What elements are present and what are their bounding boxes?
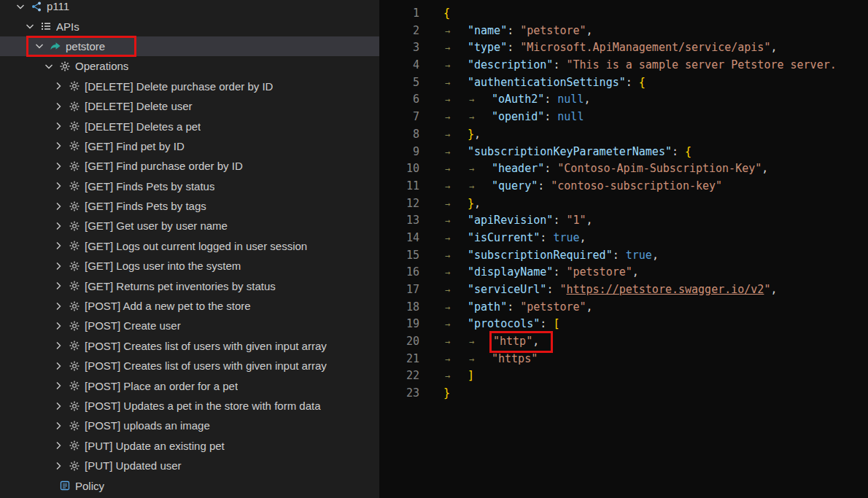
code-content[interactable]: →"authenticationSettings": { bbox=[419, 74, 646, 92]
tree-item-get-find-purchase-order-by-id[interactable]: [GET] Find purchase order by ID bbox=[0, 156, 379, 176]
code-content[interactable]: →"serviceUrl": "https://petstore.swagger… bbox=[419, 281, 777, 299]
code-content[interactable]: →"subscriptionRequired": true, bbox=[419, 247, 659, 265]
tab-whitespace-icon: → bbox=[443, 265, 468, 282]
code-content[interactable]: →→"oAuth2": null, bbox=[419, 91, 590, 109]
chevron-right-icon[interactable] bbox=[53, 400, 69, 412]
chevron-right-icon[interactable] bbox=[53, 220, 69, 232]
chevron-right-icon[interactable] bbox=[53, 360, 69, 372]
operation-gear-icon bbox=[69, 180, 80, 192]
code-content[interactable]: →"displayName": "petstore", bbox=[419, 264, 639, 281]
operation-gear-icon bbox=[69, 101, 80, 112]
tree-item-delete-deletes-a-pet[interactable]: [DELETE] Deletes a pet bbox=[0, 116, 379, 136]
code-content[interactable]: →→"header": "Contoso-Apim-Subscription-K… bbox=[419, 160, 768, 178]
code-content[interactable]: →"path": "petstore", bbox=[419, 299, 593, 316]
tree-item-post-creates-list-of-users-with-given-input-array[interactable]: [POST] Creates list of users with given … bbox=[0, 356, 379, 376]
chevron-right-icon[interactable] bbox=[53, 140, 69, 152]
tree-item-put-update-an-existing-pet[interactable]: [PUT] Update an existing pet bbox=[0, 436, 379, 456]
chevron-right-icon[interactable] bbox=[53, 201, 69, 212]
tree-item-put-updated-user[interactable]: [PUT] Updated user bbox=[0, 456, 379, 475]
json-editor[interactable]: 1{2→"name": "petstore",3→"type": "Micros… bbox=[379, 0, 868, 498]
chevron-right-icon[interactable] bbox=[53, 300, 69, 312]
code-line-2: 2→"name": "petstore", bbox=[379, 23, 868, 40]
code-content[interactable]: } bbox=[419, 385, 450, 402]
tree-item-get-logs-out-current-logged-in-user-session[interactable]: [GET] Logs out current logged in user se… bbox=[0, 236, 379, 256]
code-content[interactable]: →"isCurrent": true, bbox=[419, 230, 586, 247]
chevron-right-icon[interactable] bbox=[53, 460, 69, 472]
code-line-9: 9→"subscriptionKeyParameterNames": { bbox=[379, 144, 868, 161]
tree-item-post-place-an-order-for-a-pet[interactable]: [POST] Place an order for a pet bbox=[0, 376, 379, 395]
token-punct: : bbox=[546, 283, 559, 296]
tree-item-post-uploads-an-image[interactable]: [POST] uploads an image bbox=[0, 416, 379, 435]
chevron-right-icon[interactable] bbox=[53, 240, 69, 252]
chevron-down-icon[interactable] bbox=[24, 20, 40, 32]
tree-item-get-returns-pet-inventories-by-status[interactable]: [GET] Returns pet inventories by status bbox=[0, 276, 379, 295]
code-content[interactable]: →→"https" bbox=[419, 351, 538, 368]
tree-item-petstore[interactable]: petstore bbox=[0, 36, 379, 56]
code-content[interactable]: →] bbox=[419, 367, 474, 385]
code-content[interactable]: →}, bbox=[419, 195, 481, 213]
token-punct: , bbox=[770, 41, 777, 54]
token-str: "This is a sample server Petstore server… bbox=[566, 58, 836, 71]
chevron-right-icon[interactable] bbox=[53, 101, 69, 112]
code-content[interactable]: { bbox=[419, 5, 450, 23]
tree-item-post-create-user[interactable]: [POST] Create user bbox=[0, 316, 379, 335]
tree-item-post-add-a-new-pet-to-the-store[interactable]: [POST] Add a new pet to the store bbox=[0, 296, 379, 316]
code-content[interactable]: →"name": "petstore", bbox=[419, 23, 593, 40]
chevron-down-icon[interactable] bbox=[15, 1, 31, 12]
chevron-right-icon[interactable] bbox=[53, 120, 69, 132]
code-content[interactable]: →"protocols": [ bbox=[419, 316, 559, 333]
tree-item-post-creates-list-of-users-with-given-input-array[interactable]: [POST] Creates list of users with given … bbox=[0, 336, 379, 356]
tree-item-delete-delete-user[interactable]: [DELETE] Delete user bbox=[0, 96, 379, 116]
chevron-right-icon[interactable] bbox=[53, 420, 69, 432]
code-line-12: 12→}, bbox=[379, 195, 868, 213]
code-content[interactable]: →→"query": "contoso-subscription-key" bbox=[419, 178, 722, 195]
tree-item-get-logs-user-into-the-system[interactable]: [GET] Logs user into the system bbox=[0, 256, 379, 276]
token-str: "http" bbox=[493, 335, 532, 348]
code-content[interactable]: →"apiRevision": "1", bbox=[419, 212, 593, 230]
code-content[interactable]: →}, bbox=[419, 126, 481, 144]
tree-item-get-get-user-by-user-name[interactable]: [GET] Get user by user name bbox=[0, 216, 379, 236]
chevron-down-icon[interactable] bbox=[43, 61, 59, 72]
chevron-right-icon[interactable] bbox=[53, 280, 69, 292]
operation-gear-icon bbox=[69, 440, 80, 451]
token-kw: null bbox=[557, 93, 584, 106]
code-content[interactable]: →"subscriptionKeyParameterNames": { bbox=[419, 144, 691, 161]
token-brace: } bbox=[443, 386, 450, 400]
code-content[interactable]: →→"openid": null bbox=[419, 109, 584, 126]
chevron-right-icon[interactable] bbox=[53, 380, 69, 392]
code-line-17: 17→"serviceUrl": "https://petstore.swagg… bbox=[379, 281, 868, 299]
code-line-10: 10→→"header": "Contoso-Apim-Subscription… bbox=[379, 160, 868, 178]
tree-item-get-find-pet-by-id[interactable]: [GET] Find pet by ID bbox=[0, 136, 379, 156]
token-punct: , bbox=[586, 300, 593, 314]
chevron-right-icon[interactable] bbox=[53, 440, 69, 451]
tree-item-delete-delete-purchase-order-by-id[interactable]: [DELETE] Delete purchase order by ID bbox=[0, 77, 379, 96]
tree-item-apis[interactable]: APIs bbox=[0, 16, 379, 36]
code-content[interactable]: →"description": "This is a sample server… bbox=[419, 57, 837, 74]
tree-item-post-updates-a-pet-in-the-store-with-form-data[interactable]: [POST] Updates a pet in the store with f… bbox=[0, 396, 379, 416]
operation-gear-icon bbox=[69, 300, 80, 312]
chevron-right-icon[interactable] bbox=[53, 340, 69, 351]
chevron-right-icon[interactable] bbox=[53, 160, 69, 172]
chevron-right-icon[interactable] bbox=[53, 80, 69, 92]
tree-item-policy[interactable]: Policy bbox=[0, 475, 379, 495]
tree-item-p111[interactable]: p111 bbox=[0, 0, 379, 16]
tree-item-label: [DELETE] Deletes a pet bbox=[85, 120, 201, 133]
tab-whitespace-icon: → bbox=[443, 127, 468, 144]
token-key: "description" bbox=[468, 58, 553, 71]
code-content[interactable]: →→"http", bbox=[419, 333, 538, 351]
tree-item-operations[interactable]: Operations bbox=[0, 56, 379, 76]
service-url-link[interactable]: https://petstore.swagger.io/v2 bbox=[566, 283, 764, 296]
code-line-21: 21→→"https" bbox=[379, 351, 868, 368]
token-str: "contoso-subscription-key" bbox=[551, 179, 722, 192]
chevron-right-icon[interactable] bbox=[53, 180, 69, 192]
line-number: 3 bbox=[379, 39, 419, 57]
code-content[interactable]: →"type": "Microsoft.ApiManagement/servic… bbox=[419, 39, 777, 57]
code-line-6: 6→→"oAuth2": null, bbox=[379, 91, 868, 109]
chevron-down-icon[interactable] bbox=[34, 40, 50, 52]
tree-item-get-finds-pets-by-tags[interactable]: [GET] Finds Pets by tags bbox=[0, 196, 379, 216]
token-punct: , bbox=[474, 128, 481, 141]
tree-item-get-finds-pets-by-status[interactable]: [GET] Finds Pets by status bbox=[0, 176, 379, 196]
chevron-right-icon[interactable] bbox=[53, 260, 69, 272]
chevron-right-icon[interactable] bbox=[53, 320, 69, 332]
token-punct: , bbox=[770, 283, 777, 296]
